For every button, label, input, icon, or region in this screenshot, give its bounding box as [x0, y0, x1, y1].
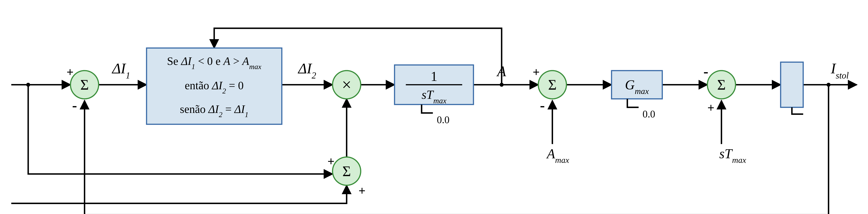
sum1: Σ + - [66, 65, 99, 113]
svg-text:+: + [66, 65, 73, 79]
svg-text:-: - [540, 97, 545, 113]
wire-lower-input [11, 185, 347, 204]
gain-block: Gmax 0.0 [612, 71, 662, 120]
junction-input [26, 83, 30, 87]
junction-out [827, 83, 831, 87]
label-Istol: Istol [831, 60, 849, 80]
svg-text:+: + [328, 154, 335, 168]
sum3: Σ - + [704, 63, 736, 114]
label-sTmax: sTmax [719, 146, 746, 165]
integrator-block: 1 sTmax 0.0 [395, 65, 473, 125]
label-A: A [496, 63, 506, 79]
svg-text:1: 1 [431, 69, 437, 84]
label-di1: ΔI1 [112, 60, 130, 80]
svg-text:+: + [707, 101, 715, 114]
svg-text:+: + [533, 65, 540, 79]
svg-rect-26 [781, 62, 803, 107]
svg-text:×: × [342, 75, 351, 94]
svg-text:-: - [72, 97, 77, 113]
svg-text:Σ: Σ [548, 77, 557, 93]
logic-block: Se ΔI1 < 0 e A > Amax então ΔI2 = 0 senã… [147, 48, 282, 124]
mult: × [333, 71, 361, 99]
svg-text:Σ: Σ [80, 77, 89, 93]
sum2: Σ + - [533, 65, 566, 113]
svg-text:0.0: 0.0 [643, 108, 655, 120]
svg-text:+: + [359, 184, 366, 197]
svg-text:-: - [704, 63, 708, 79]
label-di2: ΔI2 [298, 60, 316, 80]
svg-text:Σ: Σ [717, 77, 726, 93]
block-diagram: Σ + - Se ΔI1 < 0 e A > Amax então ΔI2 = … [0, 0, 868, 214]
label-Amax: Amax [546, 146, 569, 165]
svg-text:Σ: Σ [342, 163, 351, 179]
svg-text:0.0: 0.0 [437, 114, 450, 126]
saturation-block [781, 62, 803, 114]
junction-A [500, 83, 504, 87]
